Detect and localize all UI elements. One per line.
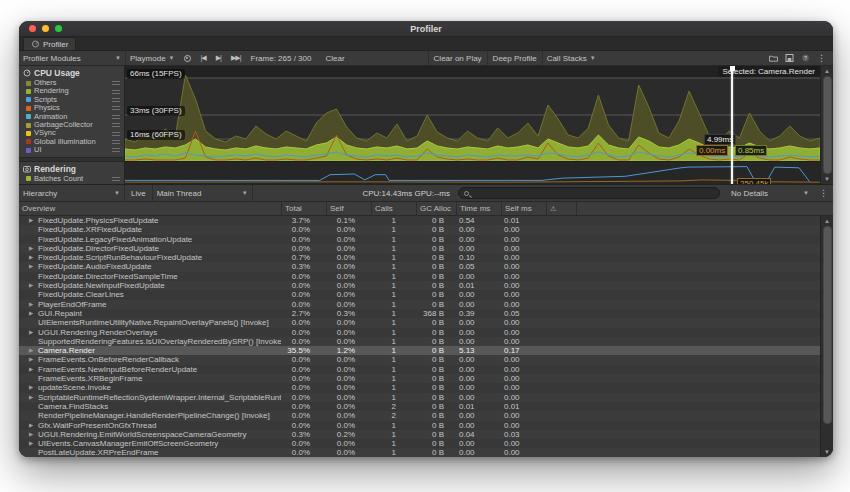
expand-arrow-icon[interactable]: ▶: [29, 365, 38, 374]
clear-button[interactable]: Clear: [320, 51, 349, 65]
deep-profile-toggle[interactable]: Deep Profile: [488, 51, 542, 65]
live-toggle[interactable]: Live: [125, 185, 153, 201]
current-frame-button[interactable]: ▶▶|: [226, 51, 246, 65]
help-icon[interactable]: ?: [801, 54, 810, 62]
record-button[interactable]: [179, 51, 196, 65]
column-self[interactable]: Self: [326, 202, 371, 215]
table-row[interactable]: ▶FixedUpdate.AudioFixedUpdate0.3%0.0%10 …: [19, 262, 833, 271]
search-input[interactable]: [472, 188, 714, 198]
expand-arrow-icon[interactable]: ▶: [29, 281, 38, 290]
expand-arrow-icon[interactable]: ▶: [29, 300, 38, 309]
window-menu-icon[interactable]: ⋮: [817, 53, 826, 63]
column-overview[interactable]: Overview: [19, 202, 281, 215]
cpu-usage-chart[interactable]: 66ms (15FPS) 33ms (30FPS) 16ms (60FPS) S…: [125, 66, 820, 161]
expand-arrow-icon[interactable]: ▶: [29, 430, 38, 439]
table-row[interactable]: ▶FixedUpdate.PhysicsFixedUpdate3.7%0.1%1…: [19, 216, 833, 225]
thread-dropdown[interactable]: Main Thread ▼: [153, 185, 253, 201]
drag-handle-icon[interactable]: [112, 123, 120, 127]
frame-marker-handle[interactable]: [730, 66, 735, 71]
table-row[interactable]: ▶UGUI.Rendering.EmitWorldScreenspaceCame…: [19, 430, 833, 439]
table-scrollbar-thumb[interactable]: [823, 226, 832, 424]
expand-arrow-icon[interactable]: ▶: [29, 346, 38, 355]
tab-profiler[interactable]: Profiler: [23, 37, 76, 50]
table-row[interactable]: ▶FrameEvents.NewInputBeforeRenderUpdate0…: [19, 365, 833, 374]
drag-handle-icon[interactable]: [112, 106, 120, 110]
table-row[interactable]: FixedUpdate.XRFixedUpdate0.0%0.0%10 B0.0…: [19, 225, 833, 234]
table-row[interactable]: ▶Gfx.WaitForPresentOnGfxThread0.0%0.0%10…: [19, 421, 833, 430]
pane-menu-icon[interactable]: ⋮: [814, 188, 833, 198]
expand-arrow-icon[interactable]: ▶: [29, 253, 38, 262]
table-row[interactable]: ▶PlayerEndOfFrame0.0%0.0%10 B0.000.00: [19, 300, 833, 309]
chart-area[interactable]: 66ms (15FPS) 33ms (30FPS) 16ms (60FPS) S…: [125, 66, 820, 184]
minimize-window-button[interactable]: [42, 25, 49, 32]
load-profile-icon[interactable]: [769, 54, 778, 62]
search-field[interactable]: [458, 187, 720, 199]
table-row[interactable]: FixedUpdate.LegacyFixedAnimationUpdate0.…: [19, 235, 833, 244]
column-time-ms[interactable]: Time ms: [456, 202, 501, 215]
drag-handle-icon[interactable]: [112, 98, 120, 102]
drag-handle-icon[interactable]: [112, 132, 120, 136]
scroll-down-icon[interactable]: ▼: [824, 448, 830, 456]
table-scrollbar[interactable]: ▲ ▼: [820, 216, 833, 457]
previous-frame-button[interactable]: |◀: [196, 51, 211, 65]
expand-arrow-icon[interactable]: ▶: [29, 244, 38, 253]
table-row[interactable]: Camera.FindStacks0.0%0.0%20 B0.010.01: [19, 402, 833, 411]
drag-handle-icon[interactable]: [112, 115, 120, 119]
call-stacks-dropdown[interactable]: Call Stacks ▼: [543, 51, 600, 65]
scroll-up-icon[interactable]: ▲: [824, 217, 830, 225]
table-row[interactable]: ▶FixedUpdate.NewInputFixedUpdate0.0%0.0%…: [19, 281, 833, 290]
table-row[interactable]: FixedUpdate.DirectorFixedSampleTime0.0%0…: [19, 272, 833, 281]
table-row[interactable]: ▶UIEvents.CanvasManagerEmitOffScreenGeom…: [19, 439, 833, 448]
table-row[interactable]: ▶FixedUpdate.DirectorFixedUpdate0.0%0.0%…: [19, 244, 833, 253]
column-total[interactable]: Total: [281, 202, 326, 215]
expand-arrow-icon[interactable]: ▶: [29, 393, 38, 402]
table-row[interactable]: ▶UGUI.Rendering.RenderOverlays0.0%0.0%10…: [19, 328, 833, 337]
chart-scrollbar-thumb[interactable]: [823, 76, 832, 174]
close-window-button[interactable]: [29, 25, 36, 32]
selected-frame-marker[interactable]: [731, 66, 733, 184]
next-frame-button[interactable]: ▶|: [211, 51, 226, 65]
scroll-up-icon[interactable]: ▲: [824, 67, 830, 75]
details-view-dropdown[interactable]: No Details ▼: [726, 185, 814, 201]
table-row[interactable]: FrameEvents.XRBeginFrame0.0%0.0%10 B0.00…: [19, 374, 833, 383]
table-row[interactable]: ▶ScriptableRuntimeReflectionSystemWrappe…: [19, 393, 833, 402]
table-row[interactable]: UIElementsRuntimeUtilityNative.RepaintOv…: [19, 318, 833, 327]
table-row[interactable]: ▶Camera.Render35.5%1.2%10 B5.130.17: [19, 346, 833, 355]
expand-arrow-icon[interactable]: ▶: [29, 328, 38, 337]
expand-arrow-icon[interactable]: ▶: [29, 309, 38, 318]
view-mode-dropdown[interactable]: Hierarchy ▼: [19, 185, 125, 201]
table-row[interactable]: SupportedRenderingFeatures.IsUIOverlayRe…: [19, 337, 833, 346]
expand-arrow-icon[interactable]: ▶: [29, 439, 38, 448]
clear-on-play-toggle[interactable]: Clear on Play: [429, 51, 487, 65]
expand-arrow-icon[interactable]: ▶: [29, 216, 38, 225]
table-row[interactable]: ▶FixedUpdate.ScriptRunBehaviourFixedUpda…: [19, 253, 833, 262]
profiler-modules-dropdown[interactable]: Profiler Modules ▼: [19, 51, 125, 65]
expand-arrow-icon[interactable]: ▶: [29, 262, 38, 271]
column-warnings[interactable]: ⚠: [546, 202, 576, 215]
expand-arrow-icon[interactable]: ▶: [29, 355, 38, 364]
table-row[interactable]: PostLateUpdate.XRPreEndFrame0.0%0.0%10 B…: [19, 448, 833, 457]
module-header-rendering[interactable]: Rendering: [19, 162, 124, 175]
column-self-ms[interactable]: Self ms: [501, 202, 546, 215]
scroll-down-icon[interactable]: ▼: [824, 175, 830, 183]
table-row[interactable]: ▶GUI.Repaint2.7%0.3%1368 B0.390.05: [19, 309, 833, 318]
drag-handle-icon[interactable]: [112, 90, 120, 94]
table-row[interactable]: ▶FrameEvents.OnBeforeRenderCallback0.0%0…: [19, 355, 833, 364]
chart-scrollbar[interactable]: ▲ ▼: [820, 66, 833, 184]
legend-item-ui[interactable]: UI: [19, 146, 124, 154]
drag-handle-icon[interactable]: [112, 81, 120, 85]
table-row[interactable]: RenderPipelineManager.HandleRenderPipeli…: [19, 411, 833, 420]
legend-item-batches-count[interactable]: Batches Count: [19, 175, 124, 183]
rendering-chart[interactable]: 250.45k: [125, 161, 820, 184]
drag-handle-icon[interactable]: [112, 177, 120, 181]
zoom-window-button[interactable]: [55, 25, 62, 32]
expand-arrow-icon[interactable]: ▶: [29, 383, 38, 392]
drag-handle-icon[interactable]: [112, 148, 120, 152]
column-gc-alloc[interactable]: GC Alloc: [416, 202, 456, 215]
expand-arrow-icon[interactable]: ▶: [29, 421, 38, 430]
column-calls[interactable]: Calls: [371, 202, 416, 215]
table-row[interactable]: FixedUpdate.ClearLines0.0%0.0%10 B0.000.…: [19, 290, 833, 299]
playmode-dropdown[interactable]: Playmode ▼: [126, 51, 179, 65]
table-row[interactable]: ▶updateScene.Invoke0.0%0.0%10 B0.000.00: [19, 383, 833, 392]
drag-handle-icon[interactable]: [112, 140, 120, 144]
